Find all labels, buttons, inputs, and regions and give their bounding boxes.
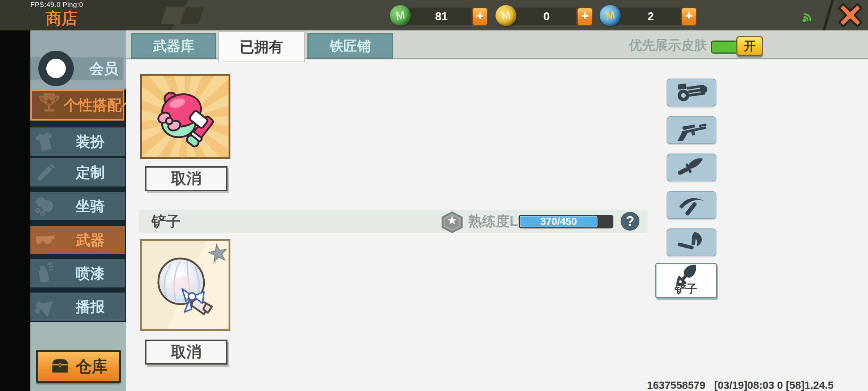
sidebar-item-broadcast[interactable]: 播报 [30, 293, 125, 321]
weapon-category-sniper[interactable] [667, 116, 716, 144]
sidebar-item-spray[interactable]: 喷漆 [30, 259, 125, 287]
currency-value: 0 [520, 8, 573, 25]
cancel-equipped-button[interactable]: 取消 [145, 166, 227, 191]
sidebar-item-label: 个性搭配ヘ [64, 91, 121, 119]
shirt-icon [33, 130, 56, 153]
warehouse-button[interactable]: 仓库 [36, 350, 121, 383]
warehouse-label: 仓库 [76, 356, 107, 377]
stroller-icon [33, 194, 56, 218]
coin-letter: M [395, 9, 406, 22]
proficiency-progress-bar: 370/450 [519, 215, 613, 228]
weapon-category-pickaxe[interactable] [667, 191, 716, 219]
weapon-category-label: 铲子 [656, 281, 716, 297]
tab-owned[interactable]: 已拥有 [218, 31, 305, 62]
page-title: 商店 [46, 8, 77, 29]
sidebar-item-label: 播报 [56, 293, 125, 321]
top-bar: FPS:49.0 Ping:0 商店 81 M + 0 M + 2 M + [0, 0, 868, 30]
avatar-inner-circle [46, 59, 66, 78]
megaphone-icon [33, 295, 56, 318]
proficiency-fill: 370/450 [520, 216, 597, 227]
sidebar-item-label: 喷漆 [56, 259, 125, 287]
revolver-icon [33, 228, 56, 252]
weapon-category-axe[interactable] [667, 228, 716, 256]
currency-value: 81 [414, 8, 469, 25]
hammer-skin-art [148, 81, 224, 153]
weapon-category-knife[interactable] [667, 154, 716, 181]
currency-value: 2 [624, 8, 677, 25]
pen-icon [33, 161, 56, 184]
trophy-icon [35, 91, 63, 118]
topbar-deco-parallelogram [180, 7, 204, 24]
sidebar-item-personality-match[interactable]: 个性搭配ヘ [30, 89, 124, 121]
sidebar-item-label: 会员 [85, 57, 123, 80]
network-signal-icon [800, 8, 816, 25]
sidebar-item-dressup[interactable]: 装扮 [30, 127, 125, 156]
tab-blacksmith[interactable]: 铁匠铺 [307, 33, 393, 59]
chest-icon [50, 356, 71, 377]
spray-can-icon [33, 262, 56, 285]
debug-status-text: 1637558579 [03/19]08:03 0 [58]1.24.5 [647, 379, 834, 391]
weapon-category-shovel-selected[interactable]: 铲子 [655, 263, 717, 298]
help-icon[interactable]: ? [621, 212, 639, 231]
fps-ping-readout: FPS:49.0 Ping:0 [30, 1, 83, 9]
sidebar-item-mount[interactable]: 坐骑 [30, 192, 125, 220]
minigun-icon [672, 82, 711, 103]
close-icon[interactable] [838, 2, 863, 28]
topbar-divider [822, 0, 834, 33]
shop-screen: FPS:49.0 Ping:0 商店 81 M + 0 M + 2 M + [0, 0, 868, 391]
proficiency-badge-icon: ★ [442, 211, 463, 233]
shovel-section-header: 铲子 ★ 熟练度Lv1 370/450 ? [139, 210, 648, 233]
skin-priority-toggle-knob[interactable]: 开 [736, 36, 763, 56]
coin-letter: M [605, 9, 616, 22]
sidebar-item-label: 坐骑 [56, 192, 125, 220]
equipped-item-card[interactable] [140, 74, 230, 159]
sidebar-item-custom[interactable]: 定制 [30, 158, 125, 186]
add-green-currency-button[interactable]: + [472, 7, 488, 26]
sidebar-item-label: 定制 [56, 158, 125, 186]
sidebar-item-label: 武器 [56, 226, 125, 254]
sidebar-item-weapon[interactable]: 武器 [30, 226, 125, 254]
section-title: 铲子 [152, 210, 180, 233]
add-blue-currency-button[interactable]: + [681, 7, 697, 26]
cancel-skin-button[interactable]: 取消 [145, 340, 227, 365]
tab-armory[interactable]: 武器库 [131, 33, 216, 59]
axe-icon [672, 231, 711, 254]
sniper-rifle-icon [672, 120, 711, 141]
topbar-dark-segment [0, 0, 188, 30]
knife-icon [672, 157, 711, 178]
sidebar-item-label: 装扮 [56, 127, 125, 156]
coin-letter: M [501, 9, 512, 22]
pickaxe-icon [672, 194, 711, 216]
skin-priority-label: 优先展示皮肤 [615, 37, 707, 54]
add-gold-currency-button[interactable]: + [576, 7, 593, 26]
weapon-category-minigun[interactable] [667, 79, 716, 106]
